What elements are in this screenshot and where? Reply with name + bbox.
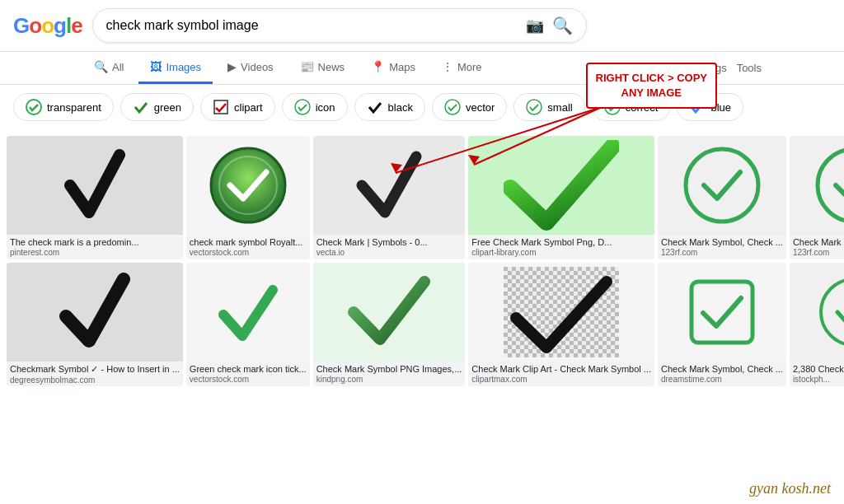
tooltip-line1: RIGHT CLICK > COPY xyxy=(596,72,707,84)
chip-green[interactable]: green xyxy=(120,93,194,121)
search-input[interactable] xyxy=(106,18,526,33)
image-source-5: 123rf.com xyxy=(658,248,786,259)
svg-point-0 xyxy=(26,100,41,114)
tools-link[interactable]: Tools xyxy=(737,62,762,74)
nav-bar: 🔍 All 🖼 Images ▶ Videos 📰 News 📍 Maps ⋮ … xyxy=(0,52,844,85)
chip-green-label: green xyxy=(154,101,181,114)
image-source-6: 123rf.com xyxy=(790,248,844,259)
image-card-12[interactable]: 2,380 Check... istockph... xyxy=(790,263,844,386)
image-source-2: vectorstock.com xyxy=(186,248,310,259)
search-button[interactable]: 🔍 xyxy=(552,16,573,35)
tooltip-box: RIGHT CLICK > COPY ANY IMAGE xyxy=(586,63,717,109)
nav-news-label: News xyxy=(318,61,345,73)
image-title-5: Check Mark Symbol, Check ... xyxy=(658,235,786,248)
chip-vector-label: vector xyxy=(466,101,495,114)
chip-small-label: small xyxy=(547,101,572,114)
nav-images-label: Images xyxy=(166,61,201,73)
nav-all[interactable]: 🔍 All xyxy=(82,52,135,84)
image-card-11[interactable]: Check Mark Symbol, Check ... dreamstime.… xyxy=(658,263,786,386)
nav-more-label: More xyxy=(457,61,482,73)
chip-vector-icon xyxy=(444,99,461,115)
image-card-4[interactable]: Free Check Mark Symbol Png, D... clipart… xyxy=(468,136,654,259)
svg-point-3 xyxy=(445,100,460,114)
chip-black-icon xyxy=(367,99,383,115)
nav-images[interactable]: 🖼 Images xyxy=(138,52,213,84)
nav-videos-label: Videos xyxy=(241,61,274,73)
image-title-9: Check Mark Symbol PNG Images,... xyxy=(313,362,466,375)
chip-small[interactable]: small xyxy=(513,93,584,121)
image-title-7: Checkmark Symbol ✓ - How to Insert in ..… xyxy=(7,362,183,376)
image-card-7[interactable]: Checkmark Symbol ✓ - How to Insert in ..… xyxy=(7,263,183,386)
chip-green-icon xyxy=(133,99,149,115)
chip-black[interactable]: black xyxy=(354,93,425,121)
chip-clipart[interactable]: clipart xyxy=(200,93,275,121)
videos-icon: ▶ xyxy=(227,60,237,73)
image-card-3[interactable]: Check Mark | Symbols - 0... vecta.io xyxy=(313,136,466,259)
chip-transparent-icon xyxy=(26,99,42,115)
nav-maps-label: Maps xyxy=(389,61,415,73)
image-source-1: pinterest.com xyxy=(7,248,183,259)
chip-icon-label: icon xyxy=(316,101,335,114)
chip-icon[interactable]: icon xyxy=(282,93,348,121)
nav-all-label: All xyxy=(112,61,124,73)
svg-rect-1 xyxy=(214,100,227,114)
svg-point-15 xyxy=(821,279,844,345)
google-logo: Google xyxy=(13,13,82,39)
image-title-8: Green check mark icon tick... xyxy=(186,362,310,375)
image-card-10[interactable]: Check Mark Clip Art - Check Mark Symbol … xyxy=(468,263,654,386)
image-card-9[interactable]: Check Mark Symbol PNG Images,... kindpng… xyxy=(313,263,466,386)
chip-transparent-label: transparent xyxy=(47,101,101,114)
svg-point-6 xyxy=(211,148,285,222)
image-title-3: Check Mark | Symbols - 0... xyxy=(313,235,466,248)
image-title-10: Check Mark Clip Art - Check Mark Symbol … xyxy=(468,362,654,375)
image-title-4: Free Check Mark Symbol Png, D... xyxy=(468,235,654,248)
svg-point-14 xyxy=(818,149,844,222)
chip-icon-icon xyxy=(294,99,311,115)
filter-chips: transparent green clipart icon black vec… xyxy=(0,85,844,129)
image-card-2[interactable]: check mark symbol Royalt... vectorstock.… xyxy=(186,136,310,259)
image-source-12: istockph... xyxy=(790,375,844,386)
tooltip-line2: ANY IMAGE xyxy=(621,86,682,99)
image-card-5[interactable]: Check Mark Symbol, Check ... 123rf.com xyxy=(658,136,786,259)
grid-col-6: Check Mark Symbol, Check ... 123rf.com 2… xyxy=(790,136,844,386)
image-title-6: Check Mark Symbol, Check ... xyxy=(790,235,844,248)
chip-clipart-label: clipart xyxy=(234,101,263,114)
image-source-7: degreesymbolmac.com xyxy=(7,376,183,386)
image-card-1[interactable]: The check mark is a predomin... pinteres… xyxy=(7,136,183,259)
image-source-3: vecta.io xyxy=(313,248,466,259)
grid-col-1: The check mark is a predomin... pinteres… xyxy=(7,136,183,386)
header: Google 📷 🔍 xyxy=(0,0,844,52)
nav-more[interactable]: ⋮ More xyxy=(430,52,494,84)
image-title-1: The check mark is a predomin... xyxy=(7,235,183,248)
watermark: gyan kosh.net xyxy=(749,480,831,497)
grid-col-2: check mark symbol Royalt... vectorstock.… xyxy=(186,136,310,386)
svg-point-12 xyxy=(686,149,758,222)
image-title-12: 2,380 Check... xyxy=(790,362,844,375)
nav-news[interactable]: 📰 News xyxy=(288,52,357,84)
svg-point-2 xyxy=(295,100,310,114)
news-icon: 📰 xyxy=(300,60,314,73)
image-source-11: dreamstime.com xyxy=(658,375,786,386)
maps-icon: 📍 xyxy=(371,60,385,73)
chip-vector[interactable]: vector xyxy=(432,93,507,121)
search-bar: 📷 🔍 xyxy=(92,8,587,43)
chip-clipart-icon xyxy=(213,99,229,115)
images-icon: 🖼 xyxy=(150,60,162,73)
chip-transparent[interactable]: transparent xyxy=(13,93,114,121)
grid-col-3: Check Mark | Symbols - 0... vecta.io Che… xyxy=(313,136,466,386)
chip-small-icon xyxy=(526,99,542,115)
image-card-8[interactable]: Green check mark icon tick... vectorstoc… xyxy=(186,263,310,386)
all-icon: 🔍 xyxy=(94,60,108,73)
camera-icon[interactable]: 📷 xyxy=(526,16,544,35)
image-source-10: clipartmax.com xyxy=(468,375,654,386)
image-title-11: Check Mark Symbol, Check ... xyxy=(658,362,786,375)
nav-maps[interactable]: 📍 Maps xyxy=(359,52,427,84)
grid-col-4: Free Check Mark Symbol Png, D... clipart… xyxy=(468,136,654,386)
image-grid: The check mark is a predomin... pinteres… xyxy=(0,129,844,393)
grid-col-5: Check Mark Symbol, Check ... 123rf.com C… xyxy=(658,136,786,386)
image-card-6[interactable]: Check Mark Symbol, Check ... 123rf.com xyxy=(790,136,844,259)
image-source-9: kindpng.com xyxy=(313,375,466,386)
more-icon: ⋮ xyxy=(442,60,453,73)
nav-videos[interactable]: ▶ Videos xyxy=(216,52,285,84)
chip-black-label: black xyxy=(388,101,413,114)
